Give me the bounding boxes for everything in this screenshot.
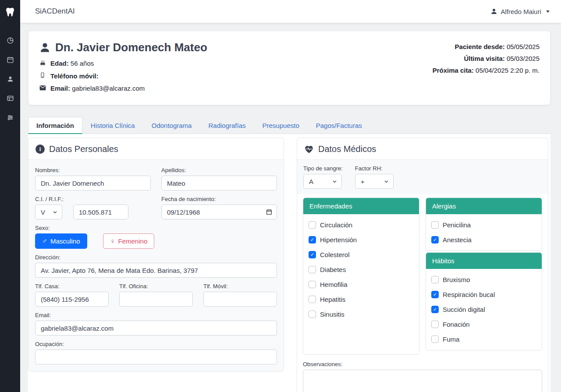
app-brand[interactable]: SiACDentAI	[35, 7, 75, 16]
info-icon	[36, 145, 45, 154]
blood-type-select[interactable]: A	[303, 174, 342, 189]
chevron-down-icon	[332, 179, 337, 184]
patient-phone-row: Teléfono móvil:	[39, 72, 207, 80]
checkbox-box[interactable]	[309, 296, 316, 303]
blood-type-value: A	[309, 178, 313, 185]
ci-label: C.I. / R.I.F.:	[35, 196, 151, 202]
checkbox-box[interactable]	[431, 276, 439, 283]
checkbox-box[interactable]	[431, 221, 439, 229]
patients-icon[interactable]	[7, 75, 14, 83]
checkbox-box[interactable]	[431, 335, 439, 343]
checkbox-succion-digital[interactable]: ✓Succión digital	[431, 305, 536, 314]
ci-type-select[interactable]: V	[35, 205, 62, 219]
checkbox-box[interactable]: ✓	[431, 306, 439, 313]
allergies-header: Alergias	[426, 198, 542, 214]
checkbox-sinusitis[interactable]: Sinusitis	[309, 310, 414, 319]
checkbox-label: Hepatitis	[320, 295, 345, 304]
tab-pagos-facturas[interactable]: Pagos/Facturas	[308, 117, 370, 134]
tab-historia-clinica[interactable]: Historia Clínica	[82, 117, 143, 134]
user-name: Alfredo Maiuri	[501, 8, 541, 15]
checkbox-box[interactable]: ✓	[431, 291, 439, 298]
checkbox-diabetes[interactable]: Diabetes	[309, 265, 414, 274]
tlf-movil-input[interactable]	[203, 292, 277, 307]
checkbox-box[interactable]	[309, 266, 316, 273]
tab-odontograma[interactable]: Odontograma	[143, 117, 200, 134]
checkbox-label: Succión digital	[443, 305, 485, 314]
fecha-nacimiento-label: Fecha de nacimiento:	[161, 196, 277, 202]
rh-factor-select[interactable]: +	[355, 174, 394, 189]
ci-number-input[interactable]	[73, 205, 128, 219]
blood-type-strip: Tipo de sangre: A Factor RH: +	[297, 160, 548, 194]
billing-icon[interactable]	[7, 95, 14, 102]
apellidos-input[interactable]	[161, 176, 277, 191]
checkbox-circulacion[interactable]: Circulación	[309, 220, 414, 230]
last-visit-value: 05/03/2025	[507, 55, 540, 62]
nombres-input[interactable]	[35, 176, 151, 191]
checkbox-fuma[interactable]: Fuma	[431, 335, 536, 344]
direccion-input[interactable]	[35, 263, 277, 278]
checkbox-box[interactable]	[431, 321, 439, 328]
checkbox-box[interactable]: ✓	[309, 236, 316, 244]
checkbox-colesterol[interactable]: ✓Colesterol	[309, 250, 414, 259]
email-label: Email:	[50, 85, 70, 92]
sexo-label: Sexo:	[35, 225, 277, 231]
allergies-card: Alergias Penicilina ✓Anestecia	[426, 198, 542, 251]
tlf-casa-input[interactable]	[35, 292, 109, 307]
medical-data-title: Datos Médicos	[318, 144, 376, 154]
email-input[interactable]	[35, 321, 277, 335]
checkbox-label: Diabetes	[320, 265, 346, 274]
rh-factor-label: Factor RH:	[355, 165, 394, 172]
medical-data-header: Datos Médicos	[297, 138, 548, 159]
patient-email-row: Email: gabriela83@alcaraz.com	[39, 85, 207, 92]
checkbox-label: Circulación	[320, 220, 352, 230]
checkbox-fonacion[interactable]: Fonación	[431, 320, 536, 329]
mobile-label: Teléfono móvil:	[50, 72, 99, 80]
tab-presupuesto[interactable]: Presupuesto	[254, 117, 308, 134]
patient-age-row: Edad: 56 años	[39, 59, 207, 67]
gender-male-button[interactable]: ♂ Masculino	[35, 233, 87, 249]
checkbox-hemofilia[interactable]: Hemofilia	[309, 280, 414, 289]
habits-list: Bruxismo ✓Respiración bucal ✓Succión dig…	[426, 269, 542, 350]
chevron-down-icon	[53, 210, 57, 215]
checkbox-box[interactable]	[309, 281, 316, 288]
checkbox-box[interactable]: ✓	[309, 251, 316, 258]
email-value: gabriela83@alcaraz.com	[72, 85, 145, 92]
personal-data-form: Nombres: Apellidos: C.I. / R.I.F.: V	[28, 160, 284, 371]
settings-icon[interactable]	[7, 114, 14, 121]
chevron-down-icon	[384, 179, 389, 184]
checkbox-respiracion-bucal[interactable]: ✓Respiración bucal	[431, 290, 536, 299]
checkbox-label: Fuma	[443, 335, 459, 344]
medical-panels: Enfermedades Circulación ✓Hipertensión ✓…	[297, 194, 548, 392]
checkbox-hepatitis[interactable]: Hepatitis	[309, 295, 414, 304]
female-label: Femenino	[118, 237, 148, 245]
top-navbar: SiACDentAI Alfredo Maiuri	[20, 0, 561, 23]
fecha-nacimiento-input[interactable]	[161, 205, 277, 219]
personal-data-header: Datos Personales	[28, 138, 284, 159]
heart-pulse-icon	[304, 145, 314, 154]
calendar-picker-icon[interactable]	[266, 208, 273, 215]
tlf-oficina-input[interactable]	[119, 292, 193, 307]
patient-visit-info: Paciente desde: 05/05/2025 Última visita…	[433, 41, 540, 96]
checkbox-anestecia[interactable]: ✓Anestecia	[431, 235, 536, 244]
tooth-logo-icon[interactable]	[4, 5, 17, 18]
user-menu[interactable]: Alfredo Maiuri	[490, 8, 550, 15]
checkbox-box[interactable]	[309, 311, 316, 318]
direccion-label: Dirección:	[35, 254, 277, 261]
ocupacion-input[interactable]	[35, 350, 277, 364]
checkbox-box[interactable]	[309, 221, 316, 229]
dashboard-icon[interactable]	[7, 37, 14, 44]
checkbox-penicilina[interactable]: Penicilina	[431, 220, 536, 230]
patient-header-card: Dn. Javier Domenech Mateo Edad: 56 años …	[28, 31, 550, 105]
observaciones-label: Observaciones:	[303, 361, 542, 367]
next-appt-value: 05/04/2025 2:20 p. m.	[476, 67, 540, 74]
checkbox-bruxismo[interactable]: Bruxismo	[431, 275, 536, 284]
checkbox-hipertension[interactable]: ✓Hipertensión	[309, 235, 414, 244]
calendar-icon[interactable]	[7, 56, 14, 64]
personal-data-card: Datos Personales Nombres: Apellidos:	[28, 138, 284, 372]
gender-female-button[interactable]: ♀ Femenino	[103, 233, 155, 249]
tab-radiografias[interactable]: Radiografías	[200, 117, 254, 134]
tab-informacion[interactable]: Información	[28, 117, 82, 134]
chevron-down-icon	[546, 11, 550, 13]
checkbox-box[interactable]: ✓	[431, 236, 439, 244]
observaciones-textarea[interactable]	[303, 370, 542, 392]
